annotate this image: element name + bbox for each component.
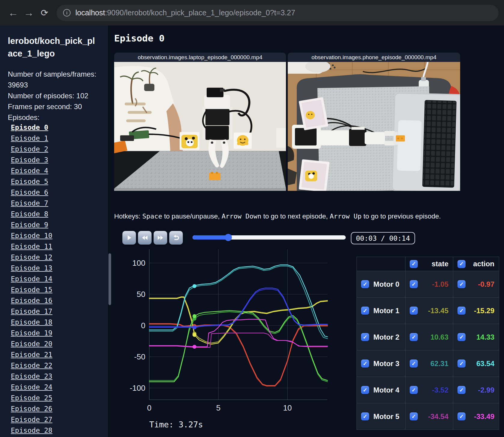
action-header-cell: action xyxy=(453,257,499,271)
video-phone-camera: observation.images.phone_episode_000000.… xyxy=(288,53,460,191)
dataset-title: lerobot/koch_pick_place_1_lego xyxy=(8,35,98,60)
sidebar-episode-link[interactable]: Episode 6 xyxy=(11,188,101,196)
laptop-trackpad xyxy=(397,120,422,171)
state-value: -13.45 xyxy=(428,307,448,315)
motor-label: Motor 3 xyxy=(373,359,399,368)
checkbox-icon[interactable] xyxy=(361,333,369,341)
motor-chart[interactable]: 100500-50-1000510 xyxy=(114,240,328,414)
sidebar-episode-link[interactable]: Episode 15 xyxy=(11,286,101,294)
checkbox-icon[interactable] xyxy=(361,359,369,368)
checkbox-icon[interactable] xyxy=(457,412,466,420)
motor-row: Motor 4 -3.52 -2.99 xyxy=(357,377,499,403)
motors-table: state action Motor 0 -1.05 -0.97 Motor 1… xyxy=(357,257,499,430)
forward-button[interactable]: → xyxy=(21,5,37,21)
video-laptop-camera: observation.images.laptop_episode_000000… xyxy=(114,53,286,191)
sidebar-episode-link[interactable]: Episode 11 xyxy=(11,243,101,250)
sidebar-episode-link[interactable]: Episode 8 xyxy=(11,210,101,218)
panda-box xyxy=(180,132,199,150)
checkbox-icon[interactable] xyxy=(457,260,466,268)
sidebar-episode-link[interactable]: Episode 20 xyxy=(11,340,101,348)
action-header-label: action xyxy=(473,260,494,268)
chart-series-motor-2-state xyxy=(149,312,327,382)
sidebar-episode-link[interactable]: Episode 7 xyxy=(11,199,101,207)
sidebar-episode-link[interactable]: Episode 4 xyxy=(11,167,101,175)
orange-lego-brick xyxy=(209,172,220,180)
motor-row: Motor 3 62.31 63.54 xyxy=(357,350,499,377)
sidebar-episode-link[interactable]: Episode 19 xyxy=(11,329,101,337)
action-value: -33.49 xyxy=(474,412,494,421)
action-value: -2.99 xyxy=(478,386,494,394)
motors-table-wrap: state action Motor 0 -1.05 -0.97 Motor 1… xyxy=(357,257,499,430)
sidebar-episode-link[interactable]: Episode 14 xyxy=(11,275,101,283)
checkbox-icon[interactable] xyxy=(361,386,369,394)
seek-slider[interactable] xyxy=(193,235,346,240)
checkbox-icon[interactable] xyxy=(410,333,418,341)
sidebar-episode-link[interactable]: Episode 12 xyxy=(11,253,101,261)
checkbox-icon[interactable] xyxy=(410,386,418,394)
reload-button[interactable]: ⟳ xyxy=(37,5,52,21)
sidebar-episode-link[interactable]: Episode 9 xyxy=(11,221,101,229)
motor-label: Motor 5 xyxy=(373,412,399,421)
state-value: -1.05 xyxy=(432,280,448,289)
checkbox-icon[interactable] xyxy=(361,307,369,315)
sidebar-episode-link[interactable]: Episode 0 xyxy=(11,124,101,131)
checkbox-icon[interactable] xyxy=(410,359,418,368)
seek-slider-thumb[interactable] xyxy=(225,234,232,241)
checkbox-icon[interactable] xyxy=(457,280,466,288)
sidebar-episode-link[interactable]: Episode 16 xyxy=(11,297,101,304)
x-tick-label: 0 xyxy=(147,403,151,412)
sidebar-episode-link[interactable]: Episode 18 xyxy=(11,318,101,326)
sidebar-episode-link[interactable]: Episode 23 xyxy=(11,372,101,380)
checkbox-icon[interactable] xyxy=(457,333,466,341)
sidebar-episode-link[interactable]: Episode 17 xyxy=(11,307,101,315)
phone-camera-frame xyxy=(288,62,460,191)
video-caption-phone: observation.images.phone_episode_000000.… xyxy=(288,53,460,62)
stat-line: Number of samples/frames: 39693 xyxy=(8,69,101,90)
hotkeys-text: Hotkeys: Space to pause/unpause, Arrow D… xyxy=(114,212,441,220)
state-value: 62.31 xyxy=(430,359,448,368)
sidebar: lerobot/koch_pick_place_1_lego Number of… xyxy=(0,26,108,437)
sidebar-episode-link[interactable]: Episode 13 xyxy=(11,264,101,272)
url-bar[interactable]: localhost:9090/lerobot/koch_pick_place_1… xyxy=(56,5,499,21)
sidebar-episode-link[interactable]: Episode 1 xyxy=(11,134,101,142)
sidebar-episode-link[interactable]: Episode 10 xyxy=(11,232,101,240)
motor-label: Motor 2 xyxy=(373,333,399,341)
state-header-cell: state xyxy=(405,257,453,271)
seek-slider-fill xyxy=(193,235,228,240)
motor-row: Motor 2 10.63 14.33 xyxy=(357,324,499,350)
sidebar-episode-link[interactable]: Episode 2 xyxy=(11,145,101,153)
x-tick-label: 5 xyxy=(216,403,220,412)
checkbox-icon[interactable] xyxy=(361,412,369,420)
hotkeys-segment: to go to previous episode. xyxy=(362,212,441,220)
sidebar-episode-link[interactable]: Episode 5 xyxy=(11,178,101,185)
scrollbar-thumb[interactable] xyxy=(108,253,111,305)
orange-lego-brick-top xyxy=(396,135,405,142)
checkbox-icon[interactable] xyxy=(410,412,418,420)
page-info-icon[interactable] xyxy=(63,9,71,17)
back-button[interactable]: ← xyxy=(5,5,21,21)
hotkeys-segment: to pause/unpause, xyxy=(162,212,222,220)
current-time-marker xyxy=(193,333,196,337)
checkbox-icon[interactable] xyxy=(410,260,418,268)
sidebar-episode-link[interactable]: Episode 27 xyxy=(11,416,101,423)
motor-label: Motor 4 xyxy=(373,386,399,394)
sidebar-episode-link[interactable]: Episode 28 xyxy=(11,426,101,434)
motor-row: Motor 0 -1.05 -0.97 xyxy=(357,271,499,298)
url-text: localhost:9090/lerobot/koch_pick_place_1… xyxy=(75,8,295,17)
checkbox-icon[interactable] xyxy=(410,280,418,288)
checkbox-icon[interactable] xyxy=(457,386,466,394)
chart-series-motor-3-action xyxy=(149,265,327,337)
sidebar-episode-link[interactable]: Episode 24 xyxy=(11,383,101,391)
sidebar-episode-link[interactable]: Episode 25 xyxy=(11,394,101,402)
laptop xyxy=(391,93,460,191)
sidebar-episode-link[interactable]: Episode 22 xyxy=(11,362,101,369)
action-value: 14.33 xyxy=(476,333,494,341)
checkbox-icon[interactable] xyxy=(457,359,466,368)
sidebar-episode-link[interactable]: Episode 26 xyxy=(11,405,101,413)
table-header-row: state action xyxy=(357,257,499,271)
sidebar-episode-link[interactable]: Episode 21 xyxy=(11,351,101,359)
checkbox-icon[interactable] xyxy=(410,307,418,315)
sidebar-episode-link[interactable]: Episode 3 xyxy=(11,156,101,164)
checkbox-icon[interactable] xyxy=(361,280,369,288)
checkbox-icon[interactable] xyxy=(457,307,466,315)
